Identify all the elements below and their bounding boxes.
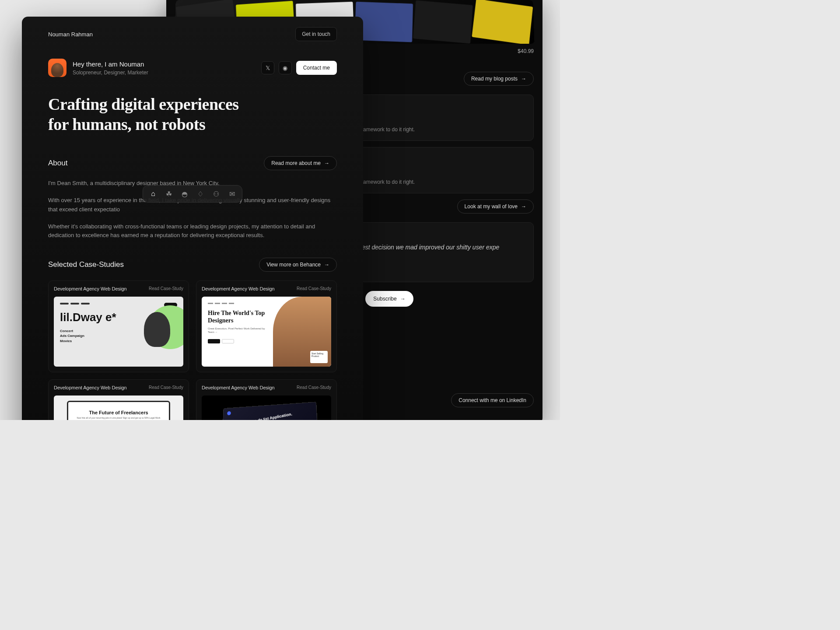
case-link[interactable]: Read Case-Study xyxy=(149,286,183,291)
case-thumbnail: The Future of Freelancers Now hire all o… xyxy=(54,396,183,420)
case-title: Development Agency Web Design xyxy=(202,286,275,291)
user-icon[interactable]: ⚇ xyxy=(211,189,221,199)
case-link[interactable]: Read Case-Study xyxy=(149,385,183,390)
mask-icon[interactable]: ◓ xyxy=(180,189,189,199)
case-title: Development Agency Web Design xyxy=(54,385,127,390)
arrow-right-icon: → xyxy=(324,262,329,268)
about-title: About xyxy=(48,159,67,168)
view-behance-button[interactable]: View more on Behance→ xyxy=(259,258,337,272)
brand-name: Nouman Rahman xyxy=(48,31,93,38)
greeting: Hey there, I am Nouman xyxy=(73,60,148,68)
subscribe-button[interactable]: Subscribe→ xyxy=(365,291,413,307)
dribbble-icon[interactable]: ◉ xyxy=(279,61,292,74)
arrow-right-icon: → xyxy=(521,203,526,210)
case-study-card[interactable]: Development Agency Web Design Read Case-… xyxy=(196,280,337,372)
case-study-card[interactable]: Development Agency Web Design Read Case-… xyxy=(196,379,337,420)
product-price: $40.99 xyxy=(518,48,534,54)
case-studies-title: Selected Case-Studies xyxy=(48,260,124,269)
twitter-x-icon[interactable]: 𝕏 xyxy=(261,61,274,74)
headline: Crafting digital experiences for humans,… xyxy=(48,94,337,134)
read-more-about-button[interactable]: Read more about me→ xyxy=(264,156,337,170)
case-study-card[interactable]: Development Agency Web Design Read Case-… xyxy=(48,379,189,420)
main-panel: Nouman Rahman Get in touch Hey there, I … xyxy=(22,17,363,420)
bag-icon[interactable]: ♢ xyxy=(196,189,205,199)
case-title: Development Agency Web Design xyxy=(202,385,275,390)
case-link[interactable]: Read Case-Study xyxy=(297,286,331,291)
case-study-card[interactable]: Development Agency Web Design Read Case-… xyxy=(48,280,189,372)
linkedin-button[interactable]: Connect with me on LinkedIn xyxy=(451,393,534,407)
arrow-right-icon: → xyxy=(521,76,526,82)
profile-avatar xyxy=(48,59,66,77)
about-paragraph: Whether it's collaborating with cross-fu… xyxy=(48,222,337,241)
leaf-icon[interactable]: ☘ xyxy=(164,189,174,199)
case-thumbnail: Hire The World's Top Designers Great Exe… xyxy=(202,297,331,367)
case-thumbnail: The ultimate to-do list Application. xyxy=(202,396,331,420)
arrow-right-icon: → xyxy=(400,296,406,302)
arrow-right-icon: → xyxy=(324,160,329,166)
home-icon[interactable]: ⌂ xyxy=(148,189,158,199)
mail-icon[interactable]: ✉ xyxy=(227,189,237,199)
contact-me-button[interactable]: Contact me xyxy=(296,61,337,75)
case-title: Development Agency Web Design xyxy=(54,286,127,291)
case-link[interactable]: Read Case-Study xyxy=(297,385,331,390)
read-blog-button[interactable]: Read my blog posts→ xyxy=(464,72,534,86)
nav-dock: ⌂ ☘ ◓ ♢ ⚇ ✉ xyxy=(143,185,242,203)
greeting-subtitle: Solopreneur, Designer, Marketer xyxy=(73,70,148,76)
case-thumbnail: lil.Dway e* Concert Ads Campaign Movies xyxy=(54,297,183,367)
wall-of-love-button[interactable]: Look at my wall of love→ xyxy=(457,200,534,214)
get-in-touch-button[interactable]: Get in touch xyxy=(295,27,337,41)
